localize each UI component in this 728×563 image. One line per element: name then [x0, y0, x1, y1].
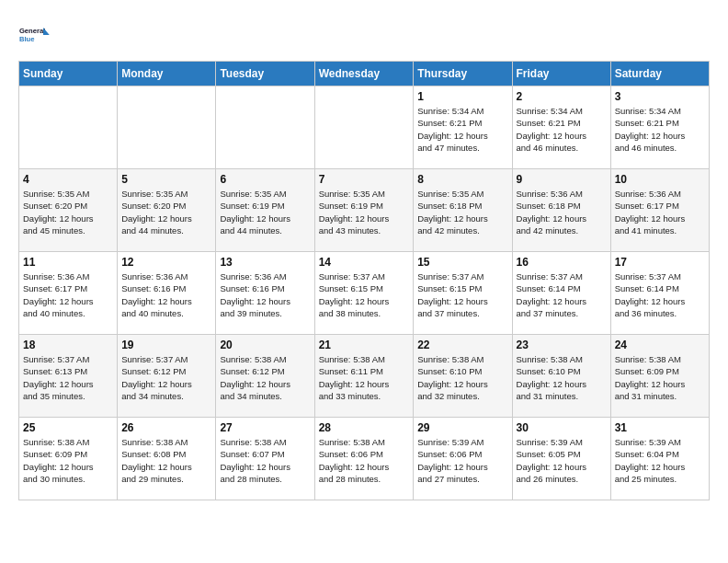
- day-info: Sunrise: 5:38 AM Sunset: 6:08 PM Dayligh…: [121, 436, 211, 485]
- calendar-cell: 16Sunrise: 5:37 AM Sunset: 6:14 PM Dayli…: [512, 252, 610, 335]
- calendar-header-row: SundayMondayTuesdayWednesdayThursdayFrid…: [19, 62, 710, 86]
- calendar-cell: 8Sunrise: 5:35 AM Sunset: 6:18 PM Daylig…: [414, 169, 512, 252]
- day-info: Sunrise: 5:38 AM Sunset: 6:12 PM Dayligh…: [220, 353, 310, 402]
- day-number: 9: [517, 173, 607, 186]
- calendar-cell: 14Sunrise: 5:37 AM Sunset: 6:15 PM Dayli…: [314, 252, 414, 335]
- calendar-cell: 4Sunrise: 5:35 AM Sunset: 6:20 PM Daylig…: [19, 169, 118, 252]
- calendar-cell: 20Sunrise: 5:38 AM Sunset: 6:12 PM Dayli…: [216, 335, 314, 418]
- day-info: Sunrise: 5:36 AM Sunset: 6:18 PM Dayligh…: [517, 188, 607, 236]
- day-info: Sunrise: 5:34 AM Sunset: 6:21 PM Dayligh…: [615, 105, 705, 154]
- calendar-table: SundayMondayTuesdayWednesdayThursdayFrid…: [18, 61, 710, 500]
- calendar-cell: [118, 86, 216, 169]
- day-info: Sunrise: 5:35 AM Sunset: 6:20 PM Dayligh…: [121, 188, 211, 236]
- day-info: Sunrise: 5:38 AM Sunset: 6:06 PM Dayligh…: [319, 436, 410, 485]
- day-number: 25: [23, 421, 113, 434]
- day-info: Sunrise: 5:35 AM Sunset: 6:20 PM Dayligh…: [23, 188, 113, 236]
- calendar-week-row: 4Sunrise: 5:35 AM Sunset: 6:20 PM Daylig…: [19, 169, 710, 252]
- calendar-week-row: 18Sunrise: 5:37 AM Sunset: 6:13 PM Dayli…: [19, 335, 710, 418]
- day-info: Sunrise: 5:36 AM Sunset: 6:17 PM Dayligh…: [23, 270, 113, 319]
- calendar-cell: 22Sunrise: 5:38 AM Sunset: 6:10 PM Dayli…: [414, 335, 512, 418]
- day-info: Sunrise: 5:35 AM Sunset: 6:19 PM Dayligh…: [220, 188, 310, 236]
- calendar-cell: 7Sunrise: 5:35 AM Sunset: 6:19 PM Daylig…: [314, 169, 414, 252]
- day-number: 1: [417, 90, 507, 103]
- calendar-cell: 19Sunrise: 5:37 AM Sunset: 6:12 PM Dayli…: [118, 335, 216, 418]
- calendar-cell: 29Sunrise: 5:39 AM Sunset: 6:06 PM Dayli…: [414, 418, 512, 500]
- day-number: 26: [121, 421, 211, 434]
- col-header-saturday: Saturday: [610, 62, 709, 86]
- calendar-cell: 23Sunrise: 5:38 AM Sunset: 6:10 PM Dayli…: [512, 335, 610, 418]
- day-info: Sunrise: 5:35 AM Sunset: 6:19 PM Dayligh…: [319, 188, 410, 236]
- col-header-friday: Friday: [512, 62, 610, 86]
- col-header-thursday: Thursday: [414, 62, 512, 86]
- day-info: Sunrise: 5:34 AM Sunset: 6:21 PM Dayligh…: [517, 105, 607, 154]
- day-number: 15: [417, 256, 507, 269]
- day-info: Sunrise: 5:36 AM Sunset: 6:17 PM Dayligh…: [615, 188, 705, 236]
- svg-text:General: General: [19, 27, 45, 35]
- calendar-cell: 9Sunrise: 5:36 AM Sunset: 6:18 PM Daylig…: [512, 169, 610, 252]
- day-number: 5: [121, 173, 211, 186]
- day-number: 12: [121, 256, 211, 269]
- day-number: 29: [417, 421, 507, 434]
- calendar-cell: 18Sunrise: 5:37 AM Sunset: 6:13 PM Dayli…: [19, 335, 118, 418]
- day-number: 2: [517, 90, 607, 103]
- calendar-cell: 31Sunrise: 5:39 AM Sunset: 6:04 PM Dayli…: [610, 418, 709, 500]
- calendar-cell: 10Sunrise: 5:36 AM Sunset: 6:17 PM Dayli…: [610, 169, 709, 252]
- day-number: 18: [23, 339, 113, 351]
- day-number: 16: [517, 256, 607, 269]
- day-number: 23: [517, 339, 607, 351]
- day-number: 19: [121, 339, 211, 351]
- calendar-cell: 2Sunrise: 5:34 AM Sunset: 6:21 PM Daylig…: [512, 86, 610, 169]
- col-header-sunday: Sunday: [19, 62, 118, 86]
- page-header: GeneralBlue: [18, 18, 710, 52]
- day-info: Sunrise: 5:36 AM Sunset: 6:16 PM Dayligh…: [220, 270, 310, 319]
- day-info: Sunrise: 5:37 AM Sunset: 6:15 PM Dayligh…: [417, 270, 507, 319]
- calendar-cell: 17Sunrise: 5:37 AM Sunset: 6:14 PM Dayli…: [610, 252, 709, 335]
- day-number: 21: [319, 339, 410, 351]
- day-info: Sunrise: 5:37 AM Sunset: 6:14 PM Dayligh…: [615, 270, 705, 319]
- day-number: 8: [417, 173, 507, 186]
- calendar-cell: 30Sunrise: 5:39 AM Sunset: 6:05 PM Dayli…: [512, 418, 610, 500]
- day-info: Sunrise: 5:37 AM Sunset: 6:13 PM Dayligh…: [23, 353, 113, 402]
- calendar-cell: [314, 86, 414, 169]
- day-number: 22: [417, 339, 507, 351]
- day-number: 14: [319, 256, 410, 269]
- day-info: Sunrise: 5:38 AM Sunset: 6:07 PM Dayligh…: [220, 436, 310, 485]
- calendar-week-row: 11Sunrise: 5:36 AM Sunset: 6:17 PM Dayli…: [19, 252, 710, 335]
- day-number: 20: [220, 339, 310, 351]
- day-number: 27: [220, 421, 310, 434]
- calendar-cell: 15Sunrise: 5:37 AM Sunset: 6:15 PM Dayli…: [414, 252, 512, 335]
- day-info: Sunrise: 5:38 AM Sunset: 6:10 PM Dayligh…: [517, 353, 607, 402]
- day-number: 4: [23, 173, 113, 186]
- day-info: Sunrise: 5:38 AM Sunset: 6:09 PM Dayligh…: [615, 353, 705, 402]
- day-info: Sunrise: 5:37 AM Sunset: 6:12 PM Dayligh…: [121, 353, 211, 402]
- day-info: Sunrise: 5:37 AM Sunset: 6:15 PM Dayligh…: [319, 270, 410, 319]
- day-number: 24: [615, 339, 705, 351]
- calendar-cell: 24Sunrise: 5:38 AM Sunset: 6:09 PM Dayli…: [610, 335, 709, 418]
- day-number: 11: [23, 256, 113, 269]
- day-info: Sunrise: 5:39 AM Sunset: 6:05 PM Dayligh…: [517, 436, 607, 485]
- calendar-cell: 28Sunrise: 5:38 AM Sunset: 6:06 PM Dayli…: [314, 418, 414, 500]
- day-info: Sunrise: 5:38 AM Sunset: 6:09 PM Dayligh…: [23, 436, 113, 485]
- col-header-tuesday: Tuesday: [216, 62, 314, 86]
- day-number: 3: [615, 90, 705, 103]
- day-number: 17: [615, 256, 705, 269]
- calendar-cell: 21Sunrise: 5:38 AM Sunset: 6:11 PM Dayli…: [314, 335, 414, 418]
- day-number: 6: [220, 173, 310, 186]
- calendar-cell: 3Sunrise: 5:34 AM Sunset: 6:21 PM Daylig…: [610, 86, 709, 169]
- calendar-cell: [216, 86, 314, 169]
- day-info: Sunrise: 5:38 AM Sunset: 6:11 PM Dayligh…: [319, 353, 410, 402]
- calendar-week-row: 25Sunrise: 5:38 AM Sunset: 6:09 PM Dayli…: [19, 418, 710, 500]
- col-header-wednesday: Wednesday: [314, 62, 414, 86]
- day-number: 10: [615, 173, 705, 186]
- day-number: 7: [319, 173, 410, 186]
- svg-text:Blue: Blue: [19, 35, 35, 43]
- day-number: 13: [220, 256, 310, 269]
- day-number: 28: [319, 421, 410, 434]
- calendar-cell: 6Sunrise: 5:35 AM Sunset: 6:19 PM Daylig…: [216, 169, 314, 252]
- day-info: Sunrise: 5:34 AM Sunset: 6:21 PM Dayligh…: [417, 105, 507, 154]
- day-info: Sunrise: 5:38 AM Sunset: 6:10 PM Dayligh…: [417, 353, 507, 402]
- day-info: Sunrise: 5:35 AM Sunset: 6:18 PM Dayligh…: [417, 188, 507, 236]
- calendar-cell: 13Sunrise: 5:36 AM Sunset: 6:16 PM Dayli…: [216, 252, 314, 335]
- calendar-cell: [19, 86, 118, 169]
- col-header-monday: Monday: [118, 62, 216, 86]
